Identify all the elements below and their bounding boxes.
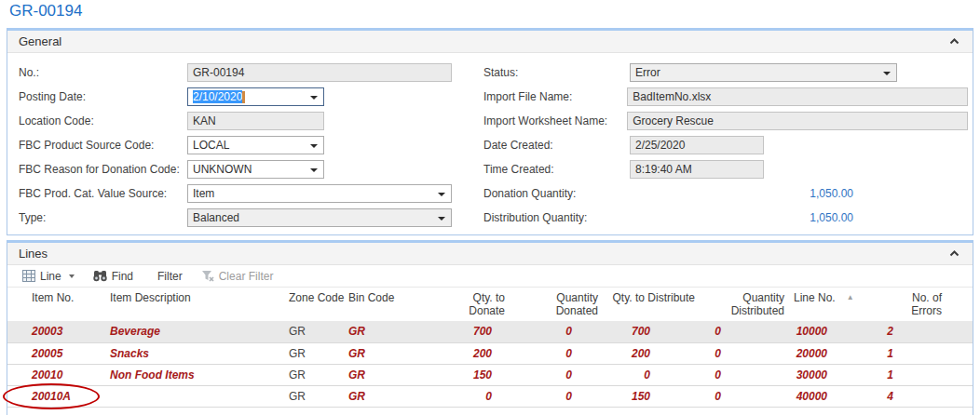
cell-item-description: Snacks bbox=[110, 342, 289, 364]
cell-no-of-errors: 2 bbox=[874, 321, 946, 342]
lines-table: Item No. Item Description Zone Code Bin … bbox=[7, 288, 973, 408]
column-header-quantity-donated[interactable]: Quantity Donated bbox=[509, 288, 602, 321]
lines-title: Lines bbox=[19, 247, 48, 261]
column-header-quantity-distributed[interactable]: Quantity Distributed bbox=[699, 288, 788, 321]
dropdown-arrow-icon[interactable] bbox=[438, 217, 445, 221]
fbc-product-source-field[interactable]: LOCAL bbox=[187, 136, 324, 154]
date-created-field: 2/25/2020 bbox=[630, 136, 764, 154]
line-menu-label: Line bbox=[40, 270, 61, 283]
cell-qty-to-donate: 700 bbox=[442, 321, 509, 342]
cell-filler bbox=[946, 385, 973, 407]
column-header-label: Quantity Distributed bbox=[727, 291, 784, 317]
cell-qty-to-donate: 0 bbox=[442, 385, 509, 407]
import-worksheet-name-label: Import Worksheet Name: bbox=[483, 114, 627, 127]
column-header-qty-to-distribute[interactable]: Qty. to Distribute bbox=[602, 288, 699, 321]
clear-filter-button: Clear Filter bbox=[196, 268, 279, 285]
lines-section: Lines Line bbox=[7, 240, 973, 415]
item-no-text: 20010A bbox=[32, 390, 71, 403]
collapse-lines-button[interactable] bbox=[946, 247, 961, 261]
cell-qty-to-distribute: 700 bbox=[602, 321, 699, 342]
find-label: Find bbox=[112, 270, 133, 283]
cell-quantity-distributed: 0 bbox=[699, 342, 788, 364]
table-row[interactable]: 20003 Beverage GR GR 700 0 700 0 10000 2 bbox=[7, 321, 973, 342]
lines-toolbar: Line Find Filter Clear Filt bbox=[7, 265, 973, 288]
donation-quantity-label: Donation Quantity: bbox=[483, 187, 630, 200]
column-header-zone-code[interactable]: Zone Code bbox=[289, 288, 348, 321]
cell-line-no: 30000 bbox=[788, 364, 874, 385]
column-header-bin-code[interactable]: Bin Code bbox=[348, 288, 442, 321]
status-field[interactable]: Error bbox=[630, 63, 897, 82]
dropdown-arrow-icon[interactable] bbox=[883, 72, 891, 75]
fbc-reason-value: UNKNOWN bbox=[193, 163, 252, 176]
cell-filler bbox=[946, 342, 973, 364]
general-section: General No.: GR-00194 Posting Date: 2/10… bbox=[7, 28, 973, 235]
cell-qty-to-distribute: 150 bbox=[602, 385, 699, 407]
cell-zone-code: GR bbox=[289, 385, 348, 407]
cell-quantity-distributed: 0 bbox=[699, 364, 788, 385]
column-header-line-no[interactable]: Line No.▲ bbox=[788, 288, 874, 321]
status-label: Status: bbox=[483, 66, 630, 79]
cell-quantity-donated: 0 bbox=[509, 385, 602, 407]
cell-line-no: 10000 bbox=[788, 321, 874, 342]
column-header-item-no[interactable]: Item No. bbox=[7, 288, 110, 321]
table-row[interactable]: 20010A GR GR 0 0 150 0 40000 4 bbox=[7, 385, 973, 407]
cell-zone-code: GR bbox=[289, 342, 348, 364]
dropdown-arrow-icon[interactable] bbox=[438, 193, 445, 196]
import-worksheet-name-field: Grocery Rescue bbox=[627, 112, 968, 130]
type-value: Balanced bbox=[193, 211, 239, 224]
column-header-label: No. of Errors bbox=[903, 291, 942, 317]
cell-bin-code: GR bbox=[348, 385, 442, 407]
donation-quantity-value[interactable]: 1,050.00 bbox=[630, 187, 853, 200]
table-row[interactable]: 20010 Non Food Items GR GR 150 0 0 0 300… bbox=[7, 364, 973, 385]
distribution-quantity-label: Distribution Quantity: bbox=[483, 211, 630, 224]
text-cursor bbox=[242, 91, 245, 103]
cell-quantity-donated: 0 bbox=[509, 342, 602, 364]
general-header[interactable]: General bbox=[7, 31, 973, 53]
cell-bin-code: GR bbox=[348, 342, 442, 364]
cell-quantity-distributed: 0 bbox=[699, 321, 788, 342]
cell-item-description: Non Food Items bbox=[110, 364, 289, 385]
cell-no-of-errors: 4 bbox=[874, 385, 946, 407]
fbc-product-source-label: FBC Product Source Code: bbox=[19, 139, 187, 152]
type-field[interactable]: Balanced bbox=[187, 208, 452, 227]
cell-item-no: 20003 bbox=[7, 321, 110, 342]
filter-button[interactable]: Filter bbox=[152, 268, 188, 285]
collapse-general-button[interactable] bbox=[946, 34, 961, 49]
distribution-quantity-value[interactable]: 1,050.00 bbox=[630, 211, 853, 224]
cell-qty-to-distribute: 200 bbox=[602, 342, 699, 364]
posting-date-field[interactable]: 2/10/2020 bbox=[187, 87, 324, 106]
column-header-no-of-errors[interactable]: No. of Errors bbox=[874, 288, 946, 321]
column-header-item-description[interactable]: Item Description bbox=[110, 288, 289, 321]
cell-zone-code: GR bbox=[289, 364, 348, 385]
chevron-up-icon bbox=[949, 250, 960, 257]
fbc-product-source-value: LOCAL bbox=[193, 139, 229, 152]
binoculars-icon bbox=[93, 270, 107, 282]
cell-bin-code: GR bbox=[348, 321, 442, 342]
fbc-reason-field[interactable]: UNKNOWN bbox=[187, 160, 324, 179]
line-menu-button[interactable]: Line bbox=[17, 268, 80, 285]
cell-filler bbox=[946, 321, 973, 342]
cell-zone-code: GR bbox=[289, 321, 348, 342]
general-title: General bbox=[19, 34, 61, 48]
cell-filler bbox=[946, 364, 973, 385]
cell-qty-to-distribute: 0 bbox=[602, 364, 699, 385]
prod-cat-source-field[interactable]: Item bbox=[187, 184, 452, 203]
cell-no-of-errors: 1 bbox=[874, 342, 946, 364]
cell-bin-code: GR bbox=[348, 364, 442, 385]
column-header-qty-to-donate[interactable]: Qty. to Donate bbox=[442, 288, 509, 321]
dropdown-arrow-icon[interactable] bbox=[310, 144, 318, 148]
cell-item-description bbox=[110, 385, 289, 407]
dropdown-arrow-icon[interactable] bbox=[310, 168, 318, 172]
cell-item-no: 20010A bbox=[7, 385, 110, 407]
import-file-name-field: BadItemNo.xlsx bbox=[627, 87, 968, 106]
no-field: GR-00194 bbox=[187, 63, 452, 82]
location-code-label: Location Code: bbox=[19, 114, 187, 127]
cell-line-no: 40000 bbox=[788, 385, 874, 407]
lines-header[interactable]: Lines bbox=[7, 243, 973, 265]
dropdown-arrow-icon[interactable] bbox=[310, 96, 318, 100]
column-header-label: Line No. bbox=[794, 291, 836, 304]
date-created-label: Date Created: bbox=[483, 139, 630, 152]
status-value: Error bbox=[635, 66, 660, 79]
find-button[interactable]: Find bbox=[88, 268, 139, 285]
table-row[interactable]: 20005 Snacks GR GR 200 0 200 0 20000 1 bbox=[7, 342, 973, 364]
